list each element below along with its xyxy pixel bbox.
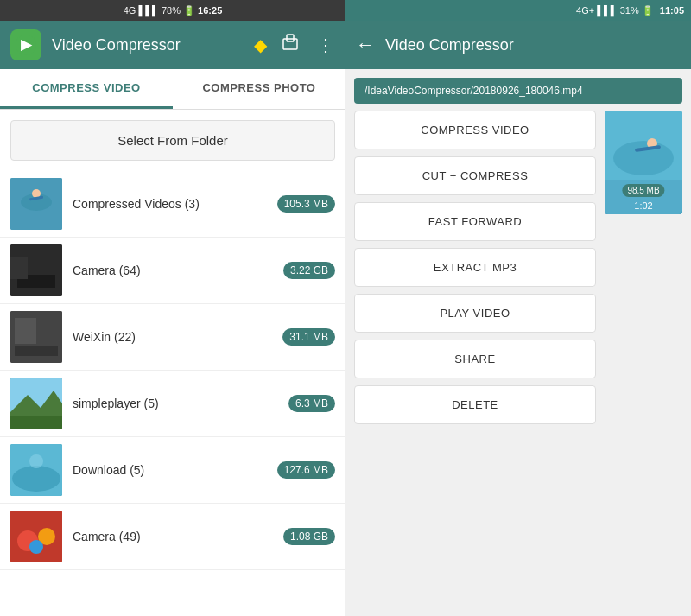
- left-status-bar: 4G ▌▌▌ 78% 🔋 16:25: [0, 0, 346, 21]
- video-thumbnail: 98.5 MB 1:02: [605, 111, 682, 214]
- list-item[interactable]: Camera (49) 1.08 GB: [0, 504, 346, 570]
- right-header: ← Video Compressor: [346, 21, 691, 69]
- list-item[interactable]: Download (5) 127.6 MB: [0, 437, 346, 504]
- right-time: 11:05: [660, 5, 684, 16]
- list-item[interactable]: Compressed Videos (3) 105.3 MB: [0, 171, 346, 238]
- svg-rect-2: [283, 39, 297, 49]
- svg-point-23: [29, 540, 43, 554]
- more-options-icon[interactable]: ⋮: [317, 35, 335, 55]
- folder-info: WeiXin (22): [62, 330, 282, 344]
- folder-thumbnail: [10, 378, 62, 429]
- delete-button[interactable]: DELETE: [354, 385, 596, 424]
- back-button[interactable]: ←: [356, 34, 375, 56]
- folder-thumbnail: [10, 444, 62, 496]
- list-item[interactable]: Camera (64) 3.22 GB: [0, 238, 346, 304]
- folder-size-badge: 31.1 MB: [282, 328, 335, 346]
- list-item[interactable]: simpleplayer (5) 6.3 MB: [0, 371, 346, 437]
- left-time: 16:25: [198, 5, 222, 16]
- svg-point-18: [12, 466, 60, 492]
- cut-compress-button[interactable]: CUT + COMPRESS: [354, 156, 596, 195]
- tab-compress-video[interactable]: COMPRESS VIDEO: [0, 69, 173, 109]
- folder-size-badge: 105.3 MB: [277, 195, 335, 213]
- folder-name: Camera (64): [73, 264, 273, 277]
- folder-info: Download (5): [62, 463, 277, 477]
- list-item[interactable]: WeiXin (22) 31.1 MB: [0, 304, 346, 371]
- folder-size-badge: 1.08 GB: [283, 528, 335, 545]
- video-size-badge: 98.5 MB: [622, 184, 664, 197]
- svg-text:▶: ▶: [21, 37, 33, 52]
- app-icon: ▶: [10, 29, 41, 60]
- svg-rect-12: [15, 346, 58, 356]
- folder-info: Camera (64): [62, 264, 283, 277]
- left-battery-pct: 78%: [162, 5, 181, 16]
- folder-info: Compressed Videos (3): [62, 197, 277, 211]
- tab-compress-photo[interactable]: COMPRESS PHOTO: [173, 69, 346, 109]
- folder-thumbnail: [10, 311, 62, 363]
- folder-name: Compressed Videos (3): [73, 197, 267, 211]
- video-duration: 1:02: [634, 200, 652, 211]
- select-folder-button[interactable]: Select From Folder: [10, 120, 335, 161]
- folder-size-badge: 6.3 MB: [288, 395, 335, 412]
- left-app-title: Video Compressor: [52, 36, 244, 54]
- svg-rect-3: [287, 35, 294, 41]
- left-signal: ▌▌▌: [139, 5, 159, 16]
- video-preview-panel: 98.5 MB 1:02: [605, 111, 682, 607]
- extract-mp3-button[interactable]: EXTRACT MP3: [354, 248, 596, 287]
- play-video-button[interactable]: PLAY VIDEO: [354, 294, 596, 333]
- diamond-icon: ◆: [254, 35, 267, 55]
- share-icon[interactable]: [281, 34, 300, 57]
- folder-size-badge: 3.22 GB: [283, 262, 335, 279]
- left-header: ▶ Video Compressor ◆ ⋮: [0, 21, 346, 69]
- tab-bar: COMPRESS VIDEO COMPRESS PHOTO: [0, 69, 346, 110]
- folder-name: Download (5): [73, 463, 267, 477]
- folder-info: simpleplayer (5): [62, 397, 288, 410]
- folder-list: Compressed Videos (3) 105.3 MB Camera (6…: [0, 171, 346, 616]
- folder-info: Camera (49): [62, 530, 283, 543]
- right-panel: ← Video Compressor /IdeaVideoCompressor/…: [346, 21, 691, 616]
- right-content-area: COMPRESS VIDEO CUT + COMPRESS FAST FORWA…: [346, 111, 691, 616]
- folder-name: WeiXin (22): [73, 330, 272, 344]
- folder-name: simpleplayer (5): [73, 397, 278, 410]
- left-panel: ▶ Video Compressor ◆ ⋮ COMPRESS VIDEO CO…: [0, 21, 346, 616]
- folder-name: Camera (49): [73, 530, 273, 543]
- action-buttons-column: COMPRESS VIDEO CUT + COMPRESS FAST FORWA…: [354, 111, 596, 607]
- folder-thumbnail: [10, 244, 62, 296]
- fast-forward-button[interactable]: FAST FORWARD: [354, 202, 596, 241]
- right-status-bar: 4G+ ▌▌▌ 31% 🔋 11:05: [346, 0, 691, 21]
- svg-point-25: [613, 141, 674, 175]
- compress-video-button[interactable]: COMPRESS VIDEO: [354, 111, 596, 149]
- folder-thumbnail: [10, 178, 62, 230]
- left-network: 4G: [124, 5, 136, 16]
- svg-rect-13: [15, 318, 36, 344]
- svg-point-19: [29, 454, 43, 468]
- right-app-title: Video Compressor: [385, 36, 514, 54]
- right-network: 4G+: [576, 5, 594, 16]
- file-path-label: /IdeaVideoCompressor/20180926_180046.mp4: [354, 78, 682, 104]
- folder-size-badge: 127.6 MB: [277, 461, 335, 479]
- folder-thumbnail: [10, 511, 62, 562]
- svg-rect-10: [10, 257, 28, 279]
- share-button[interactable]: SHARE: [354, 340, 596, 378]
- right-battery-pct: 31%: [620, 5, 639, 16]
- svg-rect-16: [10, 416, 62, 429]
